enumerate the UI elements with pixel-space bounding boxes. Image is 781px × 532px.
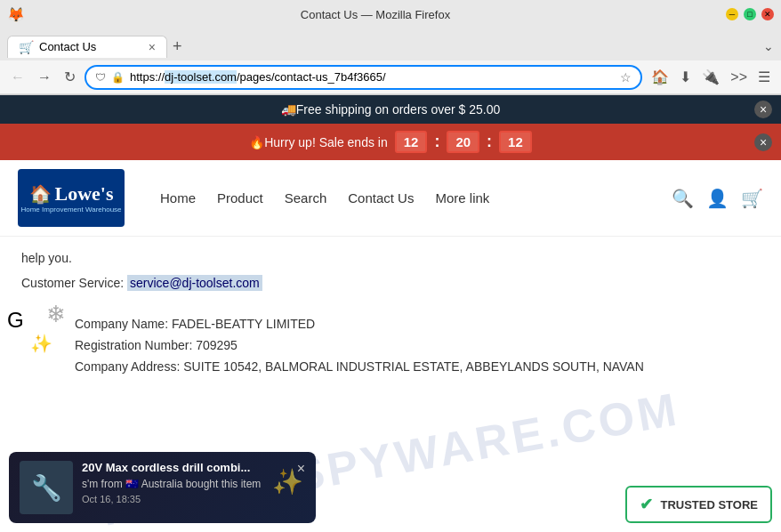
tab-overflow-button[interactable]: ⌄ xyxy=(763,39,774,53)
popup-notification: 🔧 20V Max cordless drill combi... s'm fr… xyxy=(9,452,316,523)
countdown-seconds: 12 xyxy=(499,131,532,153)
company-name-label: Company Name: xyxy=(75,317,168,331)
popup-content: 20V Max cordless drill combi... s'm from… xyxy=(82,461,288,504)
google-icon: G xyxy=(7,308,32,333)
service-email: service@dj-toolset.com xyxy=(127,275,262,291)
trusted-checkmark-icon: ✔ xyxy=(640,495,653,514)
countdown-sep1: : xyxy=(434,133,439,151)
logo-subtitle: Home Improvement Warehouse xyxy=(20,206,121,214)
container-icon[interactable]: 🏠 xyxy=(648,67,672,87)
popup-title: 20V Max cordless drill combi... xyxy=(82,461,288,474)
user-icon[interactable]: 👤 xyxy=(706,188,729,209)
shipping-banner: 🚚Free shipping on orders over $ 25.00 × xyxy=(0,95,781,124)
nav-search[interactable]: Search xyxy=(285,190,327,206)
tab-label: Contact Us xyxy=(39,40,143,53)
url-domain-highlight: dj-toolset.com xyxy=(165,70,237,84)
shipping-text: 🚚Free shipping on orders over $ 25.00 xyxy=(281,102,501,117)
menu-button[interactable]: ☰ xyxy=(754,67,774,87)
forward-button[interactable]: → xyxy=(34,68,55,87)
countdown-sep2: : xyxy=(487,133,492,151)
new-tab-button[interactable]: + xyxy=(173,37,182,56)
back-button[interactable]: ← xyxy=(7,68,28,87)
minimize-button[interactable]: ─ xyxy=(726,8,738,20)
countdown-text: 🔥Hurry up! Sale ends in xyxy=(249,135,388,149)
countdown-hours: 12 xyxy=(395,131,428,153)
address-label: Company Address: xyxy=(75,359,180,374)
cart-icon[interactable]: 🛒 xyxy=(741,188,763,209)
popup-sparkle-icon: ✨ xyxy=(272,467,303,496)
nav-home[interactable]: Home xyxy=(160,190,196,206)
site-navigation: Home Product Search Contact Us More link xyxy=(160,190,489,206)
company-name-value: FADEL-BEATTY LIMITED xyxy=(172,317,315,331)
security-icon: 🛡 xyxy=(95,71,106,84)
countdown-banner-close[interactable]: × xyxy=(754,133,772,151)
firefox-logo-icon: 🦊 xyxy=(7,6,25,23)
customer-service-line: Customer Service: service@dj-toolset.com xyxy=(21,276,760,290)
help-text: help you. xyxy=(21,251,760,265)
lock-icon: 🔒 xyxy=(111,71,125,84)
trusted-store-label: TRUSTED STORE xyxy=(660,498,758,512)
countdown-banner: 🔥Hurry up! Sale ends in 12 : 20 : 12 × xyxy=(0,124,781,160)
logo-text: Lowe's xyxy=(55,182,114,206)
address-bar[interactable]: 🛡 🔒 https://dj-toolset.com/pages/contact… xyxy=(85,65,642,90)
countdown-minutes: 20 xyxy=(447,131,479,153)
snowflake-icon: ❄ xyxy=(46,301,66,328)
site-navbar: 🏠 Lowe's Home Improvement Warehouse Home… xyxy=(0,160,781,237)
downloads-button[interactable]: ⬇ xyxy=(676,67,695,87)
window-title: Contact Us — Mozilla Firefox xyxy=(25,8,726,21)
company-name-row: Company Name: FADEL-BEATTY LIMITED xyxy=(75,317,760,331)
site-logo[interactable]: 🏠 Lowe's Home Improvement Warehouse xyxy=(18,169,125,227)
popup-body: s'm from 🇦🇺 Australia bought this item xyxy=(82,478,288,490)
customer-service-label: Customer Service: xyxy=(21,276,124,290)
nav-product[interactable]: Product xyxy=(217,190,263,206)
company-info: Company Name: FADEL-BEATTY LIMITED Regis… xyxy=(21,308,760,390)
tab-favicon-icon: 🛒 xyxy=(19,40,34,54)
tab-close-button[interactable]: × xyxy=(149,40,156,54)
bookmark-star-icon[interactable]: ☆ xyxy=(620,70,632,85)
logo-house-icon: 🏠 xyxy=(29,183,52,205)
address-row: Company Address: SUITE 10542, BALMORAL I… xyxy=(75,359,760,374)
search-icon[interactable]: 🔍 xyxy=(672,188,694,209)
address-value: SUITE 10542, BALMORAL INDUSTRIAL ESTATE,… xyxy=(183,359,644,374)
reg-value: 709295 xyxy=(196,338,238,352)
nav-contact[interactable]: Contact Us xyxy=(348,190,414,206)
shipping-banner-close[interactable]: × xyxy=(754,101,772,118)
trusted-store-badge: ✔ TRUSTED STORE xyxy=(625,486,772,523)
nav-more[interactable]: More link xyxy=(435,190,489,206)
close-button[interactable]: ✕ xyxy=(761,8,774,20)
maximize-button[interactable]: □ xyxy=(744,8,756,20)
sparkle-icon: ✨ xyxy=(30,333,52,354)
reg-label: Registration Number: xyxy=(75,338,192,352)
active-tab[interactable]: 🛒 Contact Us × xyxy=(7,36,167,58)
reload-button[interactable]: ↻ xyxy=(60,67,79,87)
url-display[interactable]: https://dj-toolset.com/pages/contact-us_… xyxy=(130,70,615,84)
extensions-button[interactable]: 🔌 xyxy=(698,67,723,87)
overflow-button[interactable]: >> xyxy=(727,68,751,87)
popup-product-image: 🔧 xyxy=(20,461,73,514)
popup-time: Oct 16, 18:35 xyxy=(82,494,288,504)
reg-number-row: Registration Number: 709295 xyxy=(75,338,760,352)
